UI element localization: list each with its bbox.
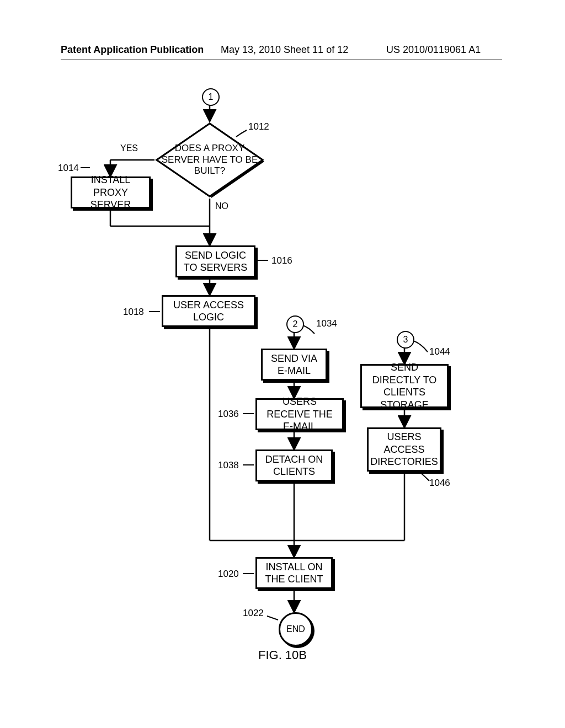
connector-1: 1 [202,88,220,106]
ref-1038: 1038 [218,460,239,471]
terminator-end: END [279,612,313,646]
connector-2: 2 [286,315,304,333]
box-detach: DETACH ON CLIENTS [255,449,333,481]
box-users-dirs: USERS ACCESS DIRECTORIES [367,427,441,472]
ref-1016: 1016 [271,255,292,266]
ref-1018: 1018 [123,307,144,318]
box-send-direct: SEND DIRECTLY TO CLIENTS STORAGE [360,364,449,408]
ref-1014: 1014 [58,163,79,174]
decision-proxy: DOES A PROXY SERVER HAVE TO BE BUILT? [154,121,265,199]
svg-line-27 [267,616,278,620]
figure-caption: FIG. 10B [0,648,565,662]
ref-1012: 1012 [248,121,269,132]
ref-1022: 1022 [243,608,264,619]
header-rule [61,60,502,60]
connector-3: 3 [397,331,414,349]
box-users-receive: USERS RECEIVE THE E-MAIL [255,398,344,430]
decision-yes: YES [120,143,138,153]
header-left: Patent Application Publication [61,44,204,56]
box-user-access-logic: USER ACCESS LOGIC [162,295,255,327]
box-install-proxy: INSTALL PROXY SERVER [71,176,151,208]
ref-1046: 1046 [429,478,450,489]
box-send-email: SEND VIA E-MAIL [261,349,327,381]
decision-no: NO [215,201,228,211]
decision-text: DOES A PROXY SERVER HAVE TO BE BUILT? [154,121,265,199]
ref-1044: 1044 [429,346,450,357]
flowchart: 1 DOES A PROXY SERVER HAVE TO BE BUILT? … [0,83,565,662]
header-right: US 2010/0119061 A1 [386,44,481,56]
box-install-client: INSTALL ON THE CLIENT [255,557,333,589]
ref-1034: 1034 [316,318,337,329]
ref-1020: 1020 [218,569,239,580]
ref-1036: 1036 [218,409,239,420]
box-send-logic: SEND LOGIC TO SERVERS [175,245,255,277]
header-center: May 13, 2010 Sheet 11 of 12 [221,44,348,56]
